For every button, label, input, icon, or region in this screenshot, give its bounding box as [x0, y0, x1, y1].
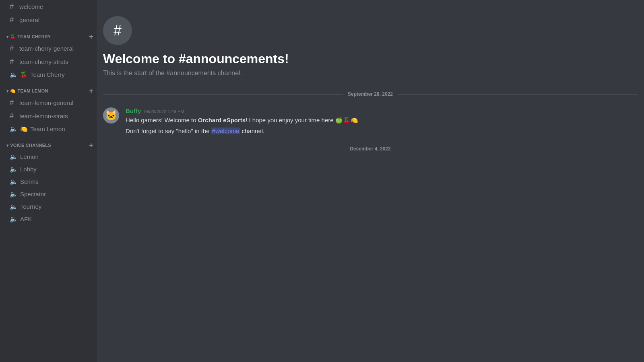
message-author: Buffy	[126, 107, 141, 114]
welcome-icon: #	[103, 16, 132, 45]
category-label: TEAM LEMON	[17, 88, 48, 93]
channel-label: general	[19, 16, 39, 23]
speaker-icon: 🔈	[10, 153, 18, 160]
channel-label: welcome	[19, 3, 43, 10]
message-timestamp: 09/28/2022 1:49 PM	[144, 109, 184, 114]
hash-icon: #	[10, 44, 17, 53]
sidebar: # welcome # general ▾ 🍒 TEAM CHERRY + # …	[0, 0, 97, 362]
add-channel-button[interactable]: +	[89, 142, 93, 149]
date-divider-sep28: September 28, 2022	[97, 88, 644, 100]
avatar: 🐱	[103, 107, 119, 123]
voice-channel-afk[interactable]: 🔈 AFK	[3, 213, 93, 225]
voice-channel-spectator[interactable]: 🔈 Spectator	[3, 188, 93, 200]
channel-label: Lobby	[20, 166, 37, 173]
channel-item-team-cherry-general[interactable]: # team-cherry-general	[3, 42, 93, 55]
date-divider-dec4: December 4, 2022	[97, 143, 644, 155]
channel-label: team-lemon-general	[19, 99, 73, 106]
voice-channel-scrims[interactable]: 🔈 Scrims	[3, 176, 93, 187]
message-text-line1: Hello gamers! Welcome to Orchard eSports…	[126, 116, 638, 125]
channel-item-team-lemon-general[interactable]: # team-lemon-general	[3, 97, 93, 109]
speaker-icon: 🔈	[10, 215, 18, 223]
voice-channel-lobby[interactable]: 🔈 Lobby	[3, 163, 93, 175]
category-team-cherry[interactable]: ▾ 🍒 TEAM CHERRY +	[0, 27, 97, 42]
channel-item-general[interactable]: # general	[3, 14, 93, 26]
main-content: # Welcome to #announcements! This is the…	[97, 0, 644, 362]
message-buffy: 🐱 Buffy 09/28/2022 1:49 PM Hello gamers!…	[97, 104, 644, 139]
voice-channel-tourney[interactable]: 🔈 Tourney	[3, 201, 93, 212]
voice-channel-lemon[interactable]: 🔈 Lemon	[3, 151, 93, 162]
channel-label: Tourney	[20, 203, 41, 210]
date-label: September 28, 2022	[348, 91, 393, 97]
speaker-icon: 🔈	[10, 71, 18, 78]
voice-emoji: 🍒	[20, 71, 28, 78]
message-text-line2: Don't forget to say "hello" in the #welc…	[126, 127, 638, 136]
welcome-subtitle: This is the start of the #announcements …	[103, 70, 638, 77]
channel-label: team-lemon-strats	[19, 113, 68, 119]
date-label: December 4, 2022	[350, 146, 390, 152]
messages-area[interactable]: # Welcome to #announcements! This is the…	[97, 0, 644, 362]
add-channel-button[interactable]: +	[89, 33, 93, 40]
chevron-icon: ▾	[6, 35, 8, 39]
voice-channel-team-cherry[interactable]: 🔈 🍒 Team Cherry	[3, 69, 93, 80]
speaker-icon: 🔈	[10, 190, 18, 198]
category-emoji: 🍒	[10, 34, 16, 39]
message-content: Buffy 09/28/2022 1:49 PM Hello gamers! W…	[126, 107, 638, 136]
channel-label: team-cherry-general	[19, 45, 74, 52]
hash-icon: #	[10, 112, 17, 120]
speaker-icon: 🔈	[10, 125, 18, 133]
hash-icon: #	[10, 2, 17, 11]
hash-icon: #	[10, 99, 17, 107]
category-team-lemon[interactable]: ▾ 🍋 TEAM LEMON +	[0, 81, 97, 96]
channel-item-welcome[interactable]: # welcome	[3, 0, 93, 13]
speaker-icon: 🔈	[10, 203, 18, 210]
voice-emoji: 🍋	[20, 125, 28, 133]
bold-text: Orchard eSports	[198, 117, 246, 123]
category-label: TEAM CHERRY	[17, 34, 51, 39]
channel-label: Lemon	[20, 153, 39, 160]
channel-item-team-cherry-strats[interactable]: # team-cherry-strats	[3, 56, 93, 68]
channel-mention[interactable]: #welcome	[211, 128, 240, 134]
voice-channel-team-lemon[interactable]: 🔈 🍋 Team Lemon	[3, 123, 93, 135]
chevron-icon: ▾	[6, 89, 8, 93]
category-voice-channels[interactable]: ▾ VOICE CHANNELS +	[0, 135, 97, 150]
add-channel-button[interactable]: +	[89, 87, 93, 95]
channel-label: Team Cherry	[30, 71, 65, 78]
channel-label: Spectator	[20, 191, 46, 197]
channel-label: Team Lemon	[30, 125, 65, 132]
message-header: Buffy 09/28/2022 1:49 PM	[126, 107, 638, 114]
category-emoji: 🍋	[10, 88, 16, 94]
channel-label: AFK	[20, 216, 32, 222]
channel-label: team-cherry-strats	[19, 58, 68, 65]
chevron-icon: ▾	[6, 143, 8, 148]
channel-item-team-lemon-strats[interactable]: # team-lemon-strats	[3, 110, 93, 122]
speaker-icon: 🔈	[10, 178, 18, 185]
welcome-title: Welcome to #announcements!	[103, 51, 638, 66]
speaker-icon: 🔈	[10, 165, 18, 173]
category-label: VOICE CHANNELS	[10, 143, 51, 148]
hash-icon: #	[10, 16, 17, 24]
channel-label: Scrims	[20, 178, 39, 185]
hash-icon: #	[10, 58, 17, 66]
channel-welcome: # Welcome to #announcements! This is the…	[97, 0, 644, 85]
